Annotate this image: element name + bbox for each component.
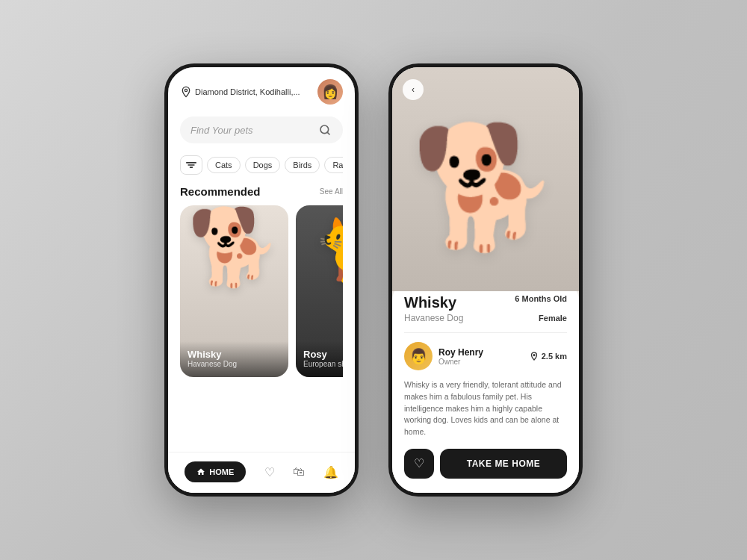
pet-cards-row: 🐕 Whisky Havanese Dog 🐈 Rosy European sh… bbox=[180, 205, 343, 377]
home-icon bbox=[196, 467, 205, 476]
home-nav-button[interactable]: HOME bbox=[185, 461, 246, 482]
see-all-link[interactable]: See All bbox=[320, 187, 343, 196]
pet-card-info-2: Rosy European sho... bbox=[296, 341, 343, 377]
divider bbox=[404, 332, 567, 333]
phone-home: Diamond District, Kodihalli,... 👩 Find Y… bbox=[164, 63, 359, 497]
owner-avatar: 👨 bbox=[404, 342, 433, 370]
search-icon[interactable] bbox=[317, 122, 332, 137]
distance-info: 2.5 km bbox=[530, 352, 567, 361]
category-birds[interactable]: Birds bbox=[285, 157, 320, 173]
detail-hero: ‹ 🐕 bbox=[392, 67, 579, 291]
recommended-title: Recommended bbox=[180, 185, 261, 198]
categories-row: Cats Dogs Birds Rabb... bbox=[180, 155, 343, 175]
detail-screen: ‹ 🐕 Whisky 6 Months Old Havanese Dog Fem… bbox=[392, 67, 579, 493]
pet-dog-emoji: 🐕 bbox=[187, 209, 281, 284]
location-text: Diamond District, Kodihalli,... bbox=[195, 87, 300, 96]
pet-name-row: Whisky 6 Months Old bbox=[404, 294, 567, 311]
detail-card: Whisky 6 Months Old Havanese Dog Female … bbox=[392, 282, 579, 493]
bottom-nav: HOME ♡ 🛍 🔔 bbox=[168, 452, 355, 493]
filter-button[interactable] bbox=[180, 155, 202, 175]
recommended-section-header: Recommended See All bbox=[180, 185, 343, 198]
pet-age: 6 Months Old bbox=[515, 294, 567, 303]
pet-cat-emoji: 🐈 bbox=[313, 220, 344, 280]
pet-card-info-1: Whisky Havanese Dog bbox=[180, 341, 288, 377]
location-info: Diamond District, Kodihalli,... bbox=[180, 86, 300, 98]
pet-card-breed-1: Havanese Dog bbox=[187, 360, 281, 368]
take-home-label: TAKE ME HOME bbox=[467, 458, 540, 469]
header-row: Diamond District, Kodihalli,... 👩 bbox=[180, 79, 343, 105]
shop-nav-icon[interactable]: 🛍 bbox=[293, 465, 305, 479]
pet-detail-name: Whisky bbox=[404, 294, 456, 311]
owner-text: Roy Henry Owner bbox=[438, 347, 483, 366]
user-avatar[interactable]: 👩 bbox=[317, 79, 343, 105]
pet-description: Whisky is a very friendly, tolerant atti… bbox=[404, 379, 567, 438]
pet-breed-row: Havanese Dog Female bbox=[404, 313, 567, 323]
svg-point-6 bbox=[533, 355, 535, 356]
notifications-nav-icon[interactable]: 🔔 bbox=[323, 465, 338, 479]
category-dogs[interactable]: Dogs bbox=[245, 157, 281, 173]
svg-point-0 bbox=[185, 89, 187, 91]
pet-card-name-1: Whisky bbox=[187, 349, 281, 360]
home-screen: Diamond District, Kodihalli,... 👩 Find Y… bbox=[168, 67, 355, 493]
pet-detail-breed: Havanese Dog bbox=[404, 313, 463, 323]
owner-row: 👨 Roy Henry Owner 2.5 km bbox=[404, 342, 567, 370]
category-rabbits[interactable]: Rabb... bbox=[324, 157, 343, 173]
search-placeholder: Find Your pets bbox=[190, 125, 253, 136]
favorites-nav-icon[interactable]: ♡ bbox=[264, 465, 275, 479]
owner-info: 👨 Roy Henry Owner bbox=[404, 342, 483, 370]
owner-name: Roy Henry bbox=[438, 347, 483, 358]
distance-icon bbox=[530, 352, 539, 361]
owner-role: Owner bbox=[438, 358, 483, 366]
home-nav-label: HOME bbox=[209, 467, 234, 476]
pet-gender: Female bbox=[539, 314, 567, 323]
take-home-button[interactable]: TAKE ME HOME bbox=[440, 449, 567, 479]
back-button[interactable]: ‹ bbox=[403, 79, 424, 100]
pet-card-name-2: Rosy bbox=[303, 349, 343, 360]
hero-pet-emoji: 🐕 bbox=[411, 127, 560, 246]
pet-card-rosy[interactable]: 🐈 Rosy European sho... bbox=[296, 205, 343, 377]
phone-detail: ‹ 🐕 Whisky 6 Months Old Havanese Dog Fem… bbox=[388, 63, 583, 497]
pet-card-whisky[interactable]: 🐕 Whisky Havanese Dog bbox=[180, 205, 288, 377]
distance-text: 2.5 km bbox=[542, 352, 567, 361]
location-icon bbox=[180, 86, 192, 98]
favorite-button[interactable]: ♡ bbox=[404, 449, 434, 479]
search-bar[interactable]: Find Your pets bbox=[180, 116, 343, 143]
pet-card-breed-2: European sho... bbox=[303, 360, 343, 368]
home-body: Diamond District, Kodihalli,... 👩 Find Y… bbox=[168, 67, 355, 452]
svg-line-2 bbox=[327, 132, 329, 134]
category-cats[interactable]: Cats bbox=[207, 157, 241, 173]
detail-actions: ♡ TAKE ME HOME bbox=[404, 449, 567, 479]
